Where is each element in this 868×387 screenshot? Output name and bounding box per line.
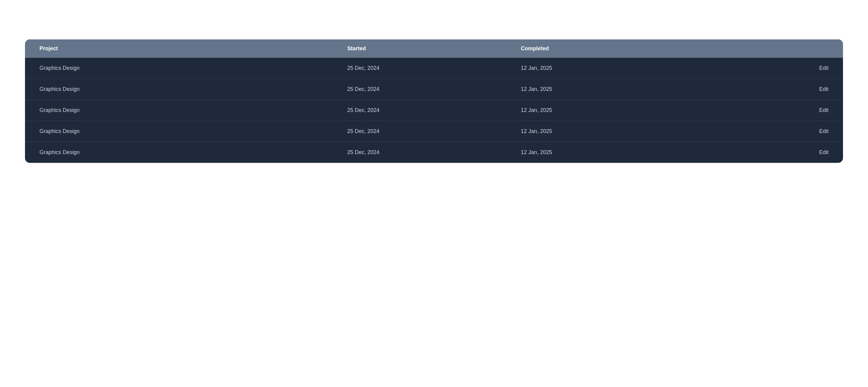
edit-link[interactable]: Edit (819, 86, 829, 92)
table-row: Graphics Design 25 Dec, 2024 12 Jan, 202… (25, 142, 843, 163)
projects-table: Project Started Completed Graphics Desig… (25, 39, 843, 163)
cell-completed: 12 Jan, 2025 (521, 86, 749, 93)
cell-completed: 12 Jan, 2025 (521, 107, 749, 113)
table-row: Graphics Design 25 Dec, 2024 12 Jan, 202… (25, 121, 843, 142)
header-completed: Completed (521, 45, 749, 52)
cell-project: Graphics Design (39, 149, 347, 155)
cell-action: Edit (749, 107, 829, 113)
cell-action: Edit (749, 65, 829, 71)
cell-project: Graphics Design (39, 65, 347, 71)
cell-started: 25 Dec, 2024 (347, 128, 521, 135)
cell-action: Edit (749, 149, 829, 155)
edit-link[interactable]: Edit (819, 107, 829, 113)
table-row: Graphics Design 25 Dec, 2024 12 Jan, 202… (25, 58, 843, 79)
header-started: Started (347, 45, 521, 52)
cell-action: Edit (749, 86, 829, 93)
cell-project: Graphics Design (39, 128, 347, 135)
cell-project: Graphics Design (39, 86, 347, 93)
cell-completed: 12 Jan, 2025 (521, 65, 749, 71)
table-header-row: Project Started Completed (25, 39, 843, 58)
table-row: Graphics Design 25 Dec, 2024 12 Jan, 202… (25, 79, 843, 100)
edit-link[interactable]: Edit (819, 149, 829, 155)
header-project: Project (39, 45, 347, 52)
cell-project: Graphics Design (39, 107, 347, 113)
table-row: Graphics Design 25 Dec, 2024 12 Jan, 202… (25, 100, 843, 121)
cell-completed: 12 Jan, 2025 (521, 149, 749, 155)
cell-action: Edit (749, 128, 829, 135)
cell-completed: 12 Jan, 2025 (521, 128, 749, 135)
cell-started: 25 Dec, 2024 (347, 149, 521, 155)
cell-started: 25 Dec, 2024 (347, 86, 521, 93)
cell-started: 25 Dec, 2024 (347, 107, 521, 113)
edit-link[interactable]: Edit (819, 128, 829, 134)
cell-started: 25 Dec, 2024 (347, 65, 521, 71)
edit-link[interactable]: Edit (819, 65, 829, 71)
header-action (749, 45, 829, 52)
